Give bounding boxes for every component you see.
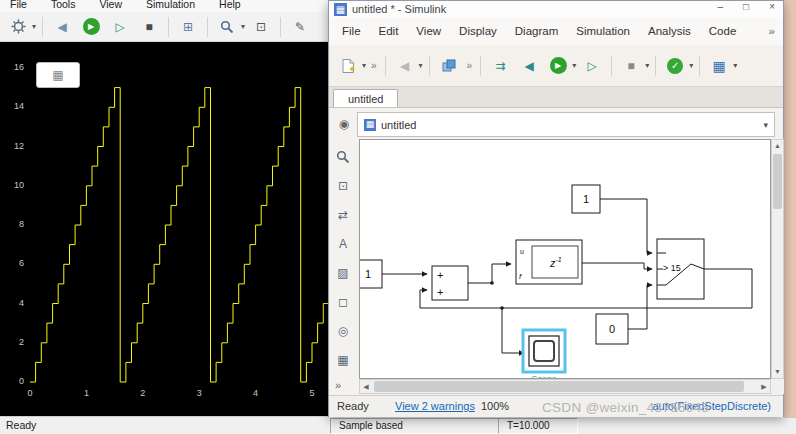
scroll-up-icon[interactable]: ▲ (772, 140, 783, 152)
toolbar-separator (655, 56, 656, 76)
layout-button[interactable]: ⊞ (175, 15, 201, 39)
vertical-scroll-thumb[interactable] (773, 154, 782, 209)
watermark-text: CSDN @weixin_43756045 (542, 400, 709, 415)
signal-routing-icon[interactable]: ⇄ (331, 203, 355, 227)
menu-analysis[interactable]: Analysis (639, 25, 700, 37)
close-button[interactable]: × (769, 1, 775, 12)
simulink-titlebar[interactable]: ▦ untitled * - Simulink – □ × (329, 1, 783, 17)
image-icon[interactable]: ▨ (331, 261, 355, 285)
y-axis-tick-label: 16 (2, 62, 24, 72)
back-caret-icon[interactable]: ▾ (419, 61, 423, 70)
wire-sum-to-delay[interactable] (468, 264, 511, 283)
run-button[interactable]: ▶ (545, 54, 571, 78)
block-scope-selected[interactable]: Scope (523, 330, 565, 378)
menu-help[interactable]: Help (219, 0, 241, 12)
breadcrumb[interactable]: ▦ untitled ▾ (357, 112, 775, 137)
warnings-link[interactable]: View 2 warnings (395, 400, 475, 412)
block-unit-delay[interactable]: u f z-1 (516, 240, 582, 284)
block-constant-one[interactable]: 1 (572, 185, 600, 213)
new-model-icon[interactable] (335, 54, 361, 78)
minimize-button[interactable]: – (718, 1, 724, 12)
x-axis-tick-label: 5 (302, 388, 322, 398)
step-forward-button[interactable]: ▷ (579, 54, 605, 78)
model-browser-toggle-icon[interactable]: ◉ (335, 115, 353, 133)
menu-simulation[interactable]: Simulation (146, 0, 195, 12)
horizontal-scroll-thumb[interactable] (374, 381, 744, 392)
area-box-icon[interactable]: ◻ (331, 290, 355, 314)
menu-diagram[interactable]: Diagram (506, 25, 567, 37)
fast-restart-icon[interactable]: ⇉ (487, 54, 513, 78)
menu-code[interactable]: Code (700, 25, 746, 37)
y-axis-tick-label: 14 (2, 101, 24, 111)
menu-file[interactable]: File (10, 0, 27, 12)
fit-to-view-icon[interactable]: ⊡ (331, 174, 355, 198)
scope-status-sample-mode: Sample based (330, 418, 506, 434)
viewmarks-icon[interactable]: ▦ (331, 348, 355, 372)
new-model-caret-icon[interactable]: ▾ (362, 61, 366, 70)
block-label: 1 (583, 193, 589, 205)
wire-const0-to-switch[interactable] (628, 285, 652, 329)
menu-overflow-chevron[interactable]: » (769, 25, 783, 37)
block-sum[interactable]: + + (432, 266, 468, 300)
zoom-magnifier-icon[interactable] (331, 145, 355, 169)
model-tabbar: untitled (329, 87, 783, 108)
block-constant-zero[interactable]: 0 (596, 314, 628, 344)
annotate-pencil-button[interactable]: ✎ (287, 15, 313, 39)
stop-button[interactable]: ■ (136, 15, 162, 39)
model-windows-icon[interactable] (436, 54, 462, 78)
legend-grid-icon: ▦ (52, 68, 63, 82)
step-back-button[interactable]: ◀ (49, 15, 75, 39)
menu-view[interactable]: View (99, 0, 122, 12)
run-button[interactable]: ▶ (78, 15, 104, 39)
fit-to-view-button[interactable]: ⊡ (248, 15, 274, 39)
scroll-right-icon[interactable]: ▶ (758, 380, 770, 393)
model-icon: ▦ (364, 119, 376, 131)
step-back-button[interactable]: ◀ (516, 54, 542, 78)
x-axis-tick-label: 1 (76, 388, 96, 398)
menu-tools[interactable]: Tools (51, 0, 76, 12)
menu-view[interactable]: View (407, 25, 450, 37)
toolbar-separator (611, 56, 612, 76)
wire-delay-to-switch[interactable] (582, 263, 652, 269)
back-button[interactable]: ◀ (392, 54, 418, 78)
block-switch[interactable]: > 15 (657, 239, 704, 299)
block-constant-left[interactable]: 1 (360, 260, 382, 288)
toolbar-overflow-chevron[interactable]: » (465, 60, 475, 71)
zoom-magnifier-icon[interactable] (214, 15, 240, 39)
toolbar-separator (168, 17, 169, 37)
palette-overflow-chevron[interactable]: » (335, 379, 341, 391)
menu-simulation[interactable]: Simulation (567, 25, 639, 37)
horizontal-scrollbar[interactable]: ◀ ▶ (359, 379, 771, 394)
settings-caret-icon[interactable]: ▾ (32, 22, 36, 31)
stop-button[interactable]: ■ (618, 54, 644, 78)
y-axis-tick-label: 12 (2, 141, 24, 151)
run-caret-icon[interactable]: ▾ (572, 61, 576, 70)
menu-file[interactable]: File (333, 25, 370, 37)
inspector-caret-icon[interactable]: ▾ (733, 61, 737, 70)
update-diagram-button[interactable]: ✓ (662, 54, 688, 78)
tab-untitled[interactable]: untitled (333, 89, 398, 107)
scroll-left-icon[interactable]: ◀ (360, 380, 372, 393)
annotation-icon[interactable]: A (331, 232, 355, 256)
breadcrumb-label: untitled (381, 119, 416, 131)
check-caret-icon[interactable]: ▾ (689, 61, 693, 70)
wire-branch-to-scope[interactable] (502, 308, 524, 353)
model-canvas[interactable]: 1 + + u f z-1 (359, 139, 771, 379)
menu-display[interactable]: Display (450, 25, 506, 37)
zoom-caret-icon[interactable]: ▾ (241, 22, 245, 31)
breadcrumb-caret-icon[interactable]: ▾ (763, 120, 768, 130)
toolbar-overflow-chevron[interactable]: » (369, 60, 379, 71)
vertical-scrollbar[interactable]: ▲ ▼ (771, 139, 784, 379)
scroll-down-icon[interactable]: ▼ (772, 366, 783, 378)
y-axis-tick-label: 4 (2, 298, 24, 308)
plot-legend[interactable]: ▦ (36, 62, 80, 88)
step-forward-button[interactable]: ▷ (107, 15, 133, 39)
data-inspector-icon[interactable]: ▦ (706, 54, 732, 78)
stop-caret-icon[interactable]: ▾ (645, 61, 649, 70)
menu-edit[interactable]: Edit (370, 25, 408, 37)
settings-gear-icon[interactable] (5, 15, 31, 39)
simulink-logo-icon: ▦ (334, 3, 347, 16)
record-icon[interactable]: ◎ (331, 319, 355, 343)
wire-const1-to-switch[interactable] (600, 199, 652, 253)
maximize-button[interactable]: □ (743, 1, 749, 12)
